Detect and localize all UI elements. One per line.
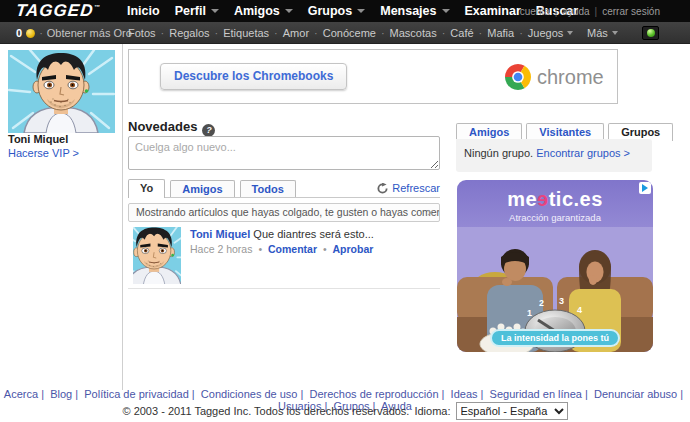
chrome-brand[interactable]: chrome: [505, 64, 604, 90]
footer-denunciar[interactable]: Denunciar abuso: [594, 388, 686, 400]
online-status-button[interactable]: [642, 26, 659, 40]
gold-status: 0 · Obtener más Oro: [16, 22, 132, 44]
chevron-down-icon: [211, 9, 219, 13]
gold-count: 0: [16, 27, 22, 39]
feed-timestamp: Hace 2 horas: [190, 243, 252, 255]
chevron-down-icon: [357, 9, 365, 13]
footer-ideas[interactable]: Ideas: [451, 388, 487, 400]
chevron-down-icon: [442, 9, 450, 13]
feed-item-avatar[interactable]: [133, 227, 181, 284]
footer-seguridad[interactable]: Seguridad en línea: [490, 388, 591, 400]
subnav-mas[interactable]: Más: [587, 27, 618, 39]
feed-notice: Mostrando artículos que hayas colgado, t…: [128, 203, 440, 222]
help-link[interactable]: ayuda: [562, 6, 589, 17]
nav-perfil[interactable]: Perfil: [175, 4, 219, 18]
refresh-link[interactable]: Refrescar: [392, 182, 440, 194]
footer-acerca[interactable]: Acerca: [4, 388, 47, 400]
tagged-logo[interactable]: TAGGED™: [15, 1, 101, 21]
svg-text:2: 2: [539, 298, 544, 308]
chevron-down-icon: [567, 31, 573, 35]
subnav-regalos[interactable]: Regalos: [169, 27, 209, 39]
meetic-logo: meɘtic.es: [457, 188, 653, 211]
footer-condiciones[interactable]: Condiciones de uso: [201, 388, 307, 400]
chevron-down-icon: [612, 31, 618, 35]
subnav-conoceme[interactable]: Conóceme: [323, 27, 376, 39]
user-name: Toni Miquel: [8, 133, 68, 145]
sidebar-divider: [122, 44, 123, 390]
nav-inicio[interactable]: Inicio: [127, 4, 160, 18]
main-nav: Inicio Perfil Amigos Grupos Mensajes Exa…: [127, 0, 578, 22]
tab-todos[interactable]: Todos: [240, 180, 296, 197]
subnav-mascotas[interactable]: Mascotas: [390, 27, 437, 39]
feed-author-link[interactable]: Toni Miquel: [190, 228, 250, 240]
feed-title: Novedades: [128, 119, 215, 137]
chrome-wordmark: chrome: [537, 66, 604, 89]
online-status-icon: [647, 29, 655, 37]
nav-amigos[interactable]: Amigos: [234, 4, 293, 18]
chrome-banner-ad[interactable]: Descubre los Chromebooks chrome: [128, 49, 618, 104]
copyright-text: © 2003 - 2011 Tagged Inc. Todos los dere…: [122, 405, 409, 417]
approve-link[interactable]: Aprobar: [333, 243, 374, 255]
subnav-juegos[interactable]: Juegos: [528, 27, 573, 39]
nav-mensajes[interactable]: Mensajes: [380, 4, 449, 18]
tagged-page: TAGGED™ Inicio Perfil Amigos Grupos Mens…: [0, 0, 690, 422]
status-composer-input[interactable]: [128, 136, 440, 170]
subnav-amor[interactable]: Amor: [283, 27, 309, 39]
svg-text:1: 1: [527, 308, 532, 318]
utility-nav: cuenta| ayuda| cerrar sesión: [520, 0, 660, 22]
feed-item-meta: Hace 2 horas • Comentar • Aprobar: [190, 243, 373, 255]
footer-privacidad[interactable]: Política de privacidad: [84, 388, 198, 400]
adchoices-icon[interactable]: [639, 182, 651, 194]
tab-amigos-panel[interactable]: Amigos: [456, 123, 522, 140]
apps-nav: Fotos· Regalos· Etiquetas· Amor· Conócem…: [128, 22, 618, 44]
trademark-icon: ™: [94, 4, 101, 10]
feed-item-text: Toni Miquel Que diantres será esto...: [190, 228, 440, 240]
find-groups-link[interactable]: Encontrar grupos >: [536, 147, 630, 159]
footer-derechos[interactable]: Derechos de reproducción: [310, 388, 448, 400]
subnav-mafia[interactable]: Mafia: [487, 27, 514, 39]
meetic-tagline: Atracción garantizada: [457, 212, 653, 223]
become-vip-link[interactable]: Hacerse VIP >: [8, 147, 79, 159]
comment-link[interactable]: Comentar: [268, 243, 317, 255]
groups-empty-text: Ningún grupo.: [464, 147, 533, 159]
svg-text:3: 3: [559, 296, 564, 306]
top-header: TAGGED™ Inicio Perfil Amigos Grupos Mens…: [0, 0, 690, 22]
nav-examinar[interactable]: Examinar: [465, 4, 521, 18]
subnav-fotos[interactable]: Fotos: [128, 27, 156, 39]
footer-blog[interactable]: Blog: [50, 388, 81, 400]
get-gold-link[interactable]: Obtener más Oro: [47, 27, 132, 39]
chromebook-ad-button[interactable]: Descubre los Chromebooks: [160, 63, 347, 90]
feed-divider: [128, 288, 440, 289]
subnav-cafe[interactable]: Café: [450, 27, 473, 39]
meetic-caption: La intensidad la pones tú: [490, 329, 620, 347]
chrome-logo-icon: [505, 64, 531, 90]
nav-grupos[interactable]: Grupos: [308, 4, 365, 18]
footer-copyright-row: © 2003 - 2011 Tagged Inc. Todos los dere…: [0, 402, 690, 420]
meetic-ad[interactable]: meɘtic.es Atracción garantizada: [457, 180, 653, 352]
refresh-control[interactable]: Refrescar: [377, 182, 440, 194]
chevron-down-icon: [285, 9, 293, 13]
groups-panel: Ningún grupo. Encontrar grupos >: [456, 139, 652, 172]
gold-coin-icon: [26, 29, 35, 38]
svg-text:4: 4: [577, 305, 582, 315]
subnav-etiquetas[interactable]: Etiquetas: [223, 27, 269, 39]
account-link[interactable]: cuenta: [520, 6, 550, 17]
tab-amigos[interactable]: Amigos: [170, 180, 234, 197]
sub-header: 0 · Obtener más Oro Fotos· Regalos· Etiq…: [0, 22, 690, 44]
close-icon[interactable]: [426, 204, 434, 221]
tab-visitantes-panel[interactable]: Visitantes: [526, 123, 604, 140]
language-label: Idioma:: [414, 405, 450, 417]
refresh-icon: [377, 183, 388, 194]
language-select[interactable]: Español - España: [456, 402, 568, 420]
profile-avatar[interactable]: [8, 50, 115, 133]
tab-yo[interactable]: Yo: [128, 179, 165, 198]
logout-link[interactable]: cerrar sesión: [602, 6, 660, 17]
social-tabs: Amigos Visitantes Grupos: [456, 122, 652, 140]
